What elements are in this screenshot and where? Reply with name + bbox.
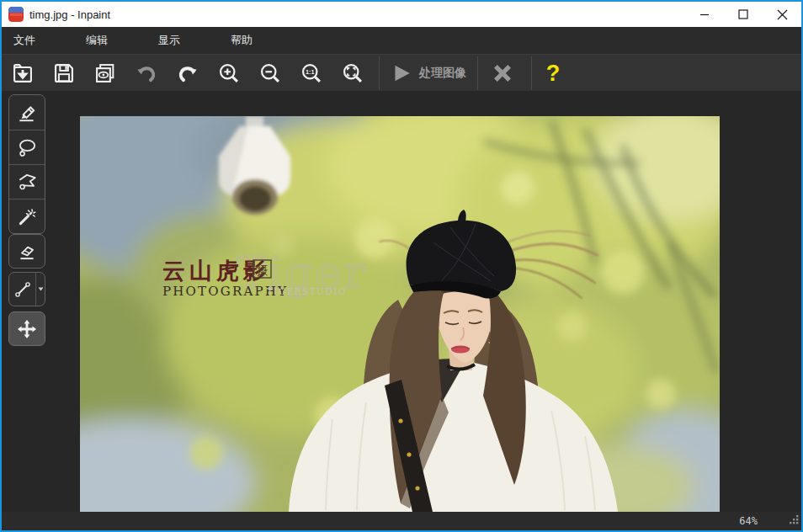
eraser-tool-button[interactable]	[8, 234, 45, 269]
line-icon	[13, 279, 33, 300]
minimize-icon	[699, 9, 710, 19]
process-image-label: 处理图像	[419, 66, 466, 81]
maximize-icon	[738, 9, 748, 19]
compare-view-icon	[93, 61, 117, 85]
titlebar[interactable]: timg.jpg - Inpaint	[2, 2, 801, 27]
lasso-tool-button[interactable]	[9, 130, 45, 164]
save-button[interactable]	[45, 56, 82, 90]
redo-button[interactable]	[169, 56, 206, 90]
fit-screen-icon	[341, 61, 364, 85]
zoom-in-button[interactable]	[210, 56, 247, 90]
zoom-in-icon	[217, 61, 241, 85]
photo-canvas[interactable]: Tiger 云山虎影 摄 PHOTOGRAPHY TIGERSTUDIO	[80, 116, 720, 512]
polygonal-lasso-tool-button[interactable]	[9, 164, 45, 199]
minimize-button[interactable]	[685, 2, 724, 27]
zoom-out-icon	[258, 61, 282, 85]
clear-selection-button[interactable]	[481, 56, 524, 90]
magic-wand-tool-button[interactable]	[9, 199, 45, 233]
marker-tool-button[interactable]	[9, 95, 45, 130]
lasso-icon	[16, 136, 38, 158]
run-process-icon	[391, 62, 412, 84]
chevron-down-icon	[38, 287, 44, 291]
marker-icon	[16, 102, 38, 124]
resize-grip-icon	[788, 513, 799, 524]
zoom-level-text: 64%	[739, 515, 758, 527]
menu-edit[interactable]: 编辑	[84, 29, 109, 51]
watermark-studio-text: TIGERSTUDIO	[267, 286, 347, 296]
app-window: timg.jpg - Inpaint 文件 编辑 显示 帮助	[0, 0, 803, 532]
line-tool-dropdown[interactable]	[35, 273, 45, 306]
close-button[interactable]	[763, 2, 801, 27]
maximize-button[interactable]	[724, 2, 763, 27]
close-icon	[777, 9, 788, 20]
open-file-button[interactable]	[4, 56, 41, 90]
undo-button[interactable]	[128, 56, 165, 90]
open-file-icon	[11, 61, 35, 85]
fit-screen-button[interactable]	[334, 56, 371, 90]
compare-view-button[interactable]	[87, 56, 124, 90]
zoom-out-button[interactable]	[252, 56, 289, 90]
menu-file[interactable]: 文件	[12, 29, 37, 51]
undo-icon	[134, 61, 159, 86]
redo-icon	[175, 61, 200, 86]
polygonal-lasso-icon	[16, 171, 38, 193]
actual-size-button[interactable]: 1:1	[293, 56, 330, 90]
toolbar-separator	[477, 56, 478, 90]
line-tool-button[interactable]	[8, 272, 45, 306]
save-icon	[52, 61, 76, 85]
actual-size-label: 1:1	[306, 68, 314, 76]
menu-help[interactable]: 帮助	[229, 29, 254, 51]
toolbar-separator	[531, 56, 532, 90]
clear-selection-icon	[490, 61, 515, 86]
magic-wand-icon	[16, 205, 38, 227]
selection-tool-group	[8, 94, 45, 234]
resize-grip[interactable]	[788, 513, 799, 528]
app-icon	[8, 7, 24, 22]
menubar: 文件 编辑 显示 帮助	[2, 27, 801, 54]
watermark-stamp-char: 摄	[257, 263, 269, 277]
window-title: timg.jpg - Inpaint	[29, 8, 110, 21]
actual-size-icon: 1:1	[300, 61, 323, 85]
help-button[interactable]: ?	[535, 56, 571, 90]
watermark-cn-text: 云山虎影	[162, 258, 270, 284]
menu-view[interactable]: 显示	[157, 29, 182, 51]
eraser-icon	[16, 241, 38, 263]
toolbar-separator	[379, 56, 380, 90]
move-icon	[15, 317, 39, 341]
toolbar: 1:1 处理图像 ?	[2, 54, 801, 91]
process-image-button[interactable]: 处理图像	[383, 56, 474, 90]
move-tool-button[interactable]	[8, 311, 45, 346]
statusbar: 64%	[2, 512, 801, 530]
photo-image: Tiger 云山虎影 摄 PHOTOGRAPHY TIGERSTUDIO	[80, 116, 720, 512]
